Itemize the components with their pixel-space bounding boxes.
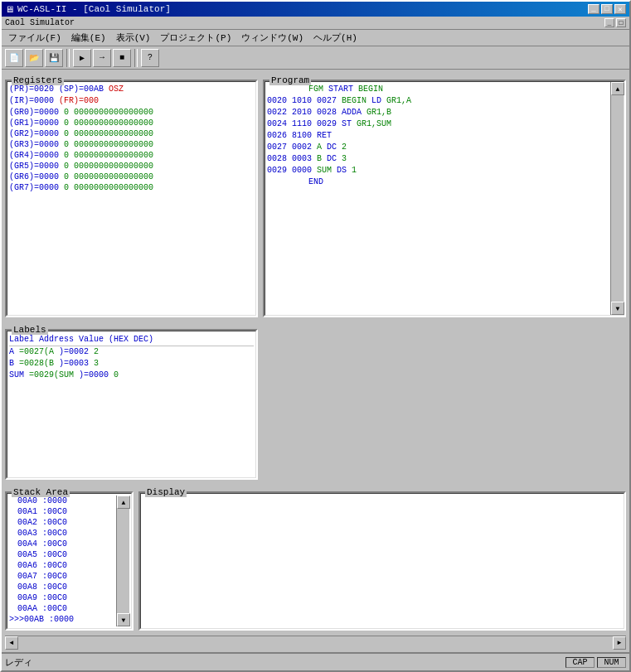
middle-right-space: [263, 322, 626, 480]
stack-title: Stack Area: [12, 487, 70, 497]
prog-line-0029: 0029 0000 SUM DS 1: [267, 165, 609, 176]
stack-row-00a2: 00A2 :00C0: [9, 517, 116, 528]
stack-scroll-track: [117, 509, 129, 613]
prog-line-0026: 0026 8100 RET: [267, 130, 609, 142]
toolbar-sep1: [66, 49, 70, 67]
toolbar-step[interactable]: →: [93, 49, 111, 67]
title-bar-text: WC-ASL-II - [Caol Simulator]: [17, 4, 588, 14]
program-title: Program: [269, 75, 311, 85]
reg-gr3: (GR3)=0000 0 0000000000000000: [9, 139, 254, 150]
stack-scroll-down[interactable]: ▼: [117, 613, 130, 626]
stack-row-00a9: 00A9 :00C0: [9, 592, 116, 603]
h-scroll-track: [18, 636, 613, 650]
labels-panel: Labels Label Address Value (HEX DEC) A =…: [5, 329, 258, 480]
prog-line-end: END: [267, 176, 609, 188]
stack-row-00a8: 00A8 :00C0: [9, 582, 116, 592]
prog-line-0027: 0027 0002 A DC 2: [267, 142, 609, 153]
toolbar-sep2: [134, 49, 138, 67]
reg-gr2: (GR2)=0000 0 0000000000000000: [9, 128, 254, 139]
display-panel: Display: [138, 491, 626, 631]
stack-scroll-up[interactable]: ▲: [117, 496, 130, 509]
title-bar-icon: 🖥: [5, 4, 14, 15]
prog-line-0024: 0024 1110 0029 ST GR1,SUM: [267, 118, 609, 130]
stack-row-00a3: 00A3 :00C0: [9, 528, 116, 539]
stack-content: 00A0 :0000 00A1 :00C0 00A2 :00C0 00A3 :0…: [7, 494, 131, 628]
menu-view[interactable]: 表示(V): [111, 30, 156, 46]
reg-gr0: (GR0)=0000 0 0000000000000000: [9, 107, 254, 118]
h-scroll-left[interactable]: ◄: [5, 636, 18, 650]
reg-gr5: (GR5)=0000 0 0000000000000000: [9, 161, 254, 172]
menu-bar: ファイル(F) 編集(E) 表示(V) プロジェクト(P) ウィンドウ(W) ヘ…: [2, 30, 629, 46]
stack-row-00a1: 00A1 :00C0: [9, 506, 116, 517]
label-row-a: A =0027(A )=0002 2: [9, 346, 254, 358]
stack-row-00a7: 00A7 :00C0: [9, 571, 116, 582]
cap-indicator: CAP: [565, 657, 595, 668]
menu-help[interactable]: ヘルプ(H): [308, 30, 362, 46]
toolbar-stop[interactable]: ■: [113, 49, 131, 67]
middle-row: Labels Label Address Value (HEX DEC) A =…: [5, 322, 626, 480]
menu-edit[interactable]: 編集(E): [66, 30, 111, 46]
main-content: Registers (PR)=0020 (SP)=00AB OSZ (IR)=0…: [2, 70, 629, 652]
label-row-sum: SUM =0029(SUM )=0000 0: [9, 370, 254, 381]
title-bar: 🖥 WC-ASL-II - [Caol Simulator] _ □ ✕: [2, 2, 629, 17]
reg-gr4: (GR4)=0000 0 0000000000000000: [9, 150, 254, 161]
program-content: FGM START BEGIN 0020 1010 0027 BEGIN LD …: [265, 82, 610, 315]
scroll-track: [611, 95, 624, 302]
stack-scrollbar[interactable]: ▲ ▼: [116, 496, 129, 626]
labels-header: Label Address Value (HEX DEC): [9, 333, 254, 346]
program-panel: Program FGM START BEGIN 0020 1010 0027 B…: [263, 80, 626, 317]
prog-line-0020: 0020 1010 0027 BEGIN LD GR1,A: [267, 95, 609, 107]
top-row: Registers (PR)=0020 (SP)=00AB OSZ (IR)=0…: [5, 73, 626, 317]
reg-gr6: (GR6)=0000 0 0000000000000000: [9, 172, 254, 182]
stack-row-00a5: 00A5 :00C0: [9, 549, 116, 560]
inner-minimize-button[interactable]: _: [604, 18, 614, 27]
prog-line-0022: 0022 2010 0028 ADDA GR1,B: [267, 107, 609, 118]
maximize-button[interactable]: □: [601, 4, 613, 14]
registers-title: Registers: [12, 75, 64, 85]
display-title: Display: [145, 487, 187, 497]
display-content: [141, 494, 624, 628]
prog-line-fgm: FGM START BEGIN: [267, 84, 609, 95]
reg-pr-sp: (PR)=0020 (SP)=00AB OSZ: [9, 84, 254, 95]
bottom-row: Stack Area 00A0 :0000 00A1 :00C0 00A2 :0…: [5, 485, 626, 631]
stack-row-00a4: 00A4 :00C0: [9, 539, 116, 549]
labels-content: Label Address Value (HEX DEC) A =0027(A …: [7, 331, 255, 477]
toolbar-save[interactable]: 💾: [45, 49, 63, 67]
menu-window[interactable]: ウィンドウ(W): [236, 30, 308, 46]
stack-list: 00A0 :0000 00A1 :00C0 00A2 :00C0 00A3 :0…: [9, 496, 116, 626]
num-indicator: NUM: [597, 657, 626, 668]
label-row-b: B =0028(B )=0003 3: [9, 358, 254, 370]
h-scroll-right[interactable]: ►: [613, 636, 626, 650]
registers-panel: Registers (PR)=0020 (SP)=00AB OSZ (IR)=0…: [5, 80, 258, 317]
toolbar: 📄 📂 💾 ▶ → ■ ?: [2, 46, 629, 70]
minimize-button[interactable]: _: [588, 4, 599, 14]
inner-title-bar: Caol Simulator _ □: [2, 17, 629, 30]
program-scrollbar[interactable]: ▲ ▼: [610, 82, 624, 315]
toolbar-new[interactable]: 📄: [5, 49, 23, 67]
reg-gr7: (GR7)=0000 0 0000000000000000: [9, 182, 254, 193]
status-bar: レディ CAP NUM: [2, 652, 629, 670]
inner-maximize-button[interactable]: □: [616, 18, 626, 27]
reg-gr1: (GR1)=0000 0 0000000000000000: [9, 118, 254, 128]
toolbar-open[interactable]: 📂: [25, 49, 43, 67]
status-indicators: CAP NUM: [565, 657, 626, 668]
stack-panel: Stack Area 00A0 :0000 00A1 :00C0 00A2 :0…: [5, 491, 133, 631]
close-button[interactable]: ✕: [614, 4, 626, 14]
title-bar-buttons: _ □ ✕: [588, 4, 626, 14]
toolbar-help[interactable]: ?: [141, 49, 159, 67]
menu-project[interactable]: プロジェクト(P): [155, 30, 236, 46]
labels-title: Labels: [12, 325, 48, 335]
prog-line-0028: 0028 0003 B DC 3: [267, 153, 609, 165]
toolbar-run[interactable]: ▶: [73, 49, 91, 67]
h-scrollbar: ◄ ►: [5, 636, 626, 649]
menu-file[interactable]: ファイル(F): [3, 30, 66, 46]
registers-content: (PR)=0020 (SP)=00AB OSZ (IR)=0000 (FR)=0…: [7, 82, 255, 315]
reg-ir-fr: (IR)=0000 (FR)=000: [9, 95, 254, 107]
scroll-up-btn[interactable]: ▲: [611, 82, 624, 95]
stack-row-00a6: 00A6 :00C0: [9, 560, 116, 571]
main-window: 🖥 WC-ASL-II - [Caol Simulator] _ □ ✕ Cao…: [0, 0, 631, 672]
stack-row-00aa: 00AA :00C0: [9, 603, 116, 614]
status-text: レディ: [5, 656, 32, 669]
inner-title-text: Caol Simulator: [5, 18, 75, 27]
scroll-down-btn[interactable]: ▼: [611, 302, 624, 315]
